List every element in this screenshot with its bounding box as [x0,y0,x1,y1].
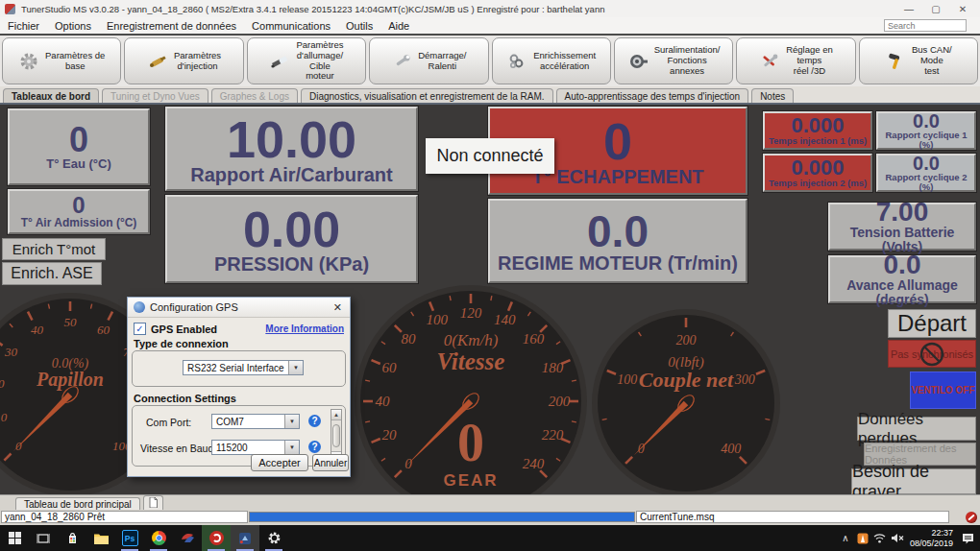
chain-icon [506,51,527,72]
tab-auto-apprentissage[interactable]: Auto-apprentissage des temps d'injection [556,88,749,103]
minimize-button[interactable]: — [895,0,922,17]
tab-tableaux-de-bord[interactable]: Tableaux de bord [3,88,99,103]
startup-idle-button[interactable]: Démarrage/ Ralenti [369,37,488,84]
base-settings-button[interactable]: Paramètres de base [2,37,121,84]
tune-file-field: CurrentTune.msq [636,511,949,523]
menu-outils[interactable]: Outils [338,20,380,32]
svg-text:100: 100 [617,372,637,387]
store-icon [66,532,79,544]
wifi-icon[interactable] [871,525,889,551]
start-button[interactable] [0,525,29,551]
folder-icon [94,533,109,544]
scroll-up-icon[interactable]: ▲ [331,410,341,420]
pas-synchronises-indicator: Pas synchronisés [888,340,976,368]
tunerstudio-taskbar-button[interactable] [202,525,231,551]
tab-tuning-dyno[interactable]: Tuning et Dyno Vues [102,88,208,103]
taskbar-clock[interactable]: 22:37 08/05/2019 [910,528,953,549]
svg-text:Couple net: Couple net [639,368,734,392]
svg-text:100: 100 [427,312,449,327]
injection-settings-button[interactable]: Paramètres d'injection [124,37,243,84]
not-connected-overlay: Non connecté [426,138,554,174]
tab-tableau-principal[interactable]: Tableau de bord principal [15,497,140,511]
menu-options[interactable]: Options [47,20,99,32]
depart-button[interactable]: Départ [888,309,976,338]
store-button[interactable] [58,525,86,551]
gps-dialog-close-icon[interactable]: ✕ [326,301,350,314]
gps-dialog-titlebar[interactable]: Configuration GPS ✕ [128,298,350,318]
app-button-2[interactable] [231,525,259,551]
gauge-value: 0 [603,115,632,167]
gauge-value: 0.0 [913,111,940,131]
windows-logo-icon [9,532,21,544]
chevron-down-icon[interactable]: ▼ [284,415,299,428]
com-port-select[interactable]: COM7 ▼ [211,414,300,429]
maximize-button[interactable]: ▢ [922,0,949,17]
type-connexion-group: RS232 Serial Interface ▼ [132,350,346,387]
title-bar: TunerStudio MS v3.0.28 - yann_04_18_2860… [0,0,980,18]
accepter-button[interactable]: Accepter [251,454,308,471]
tray-expand-icon[interactable]: ∧ [837,525,854,551]
svg-text:Vitesse: Vitesse [437,348,505,374]
tool-label: Paramètres d'injection [174,51,221,72]
tunerstudio-icon [209,531,224,545]
tab-notes[interactable]: Notes [751,88,794,103]
accel-enrichment-button[interactable]: Enrichissement accélération [492,37,611,84]
com-port-help-icon[interactable]: ? [308,415,321,427]
chevron-down-icon[interactable]: ▼ [284,441,299,454]
ventilo-button[interactable]: VENTILO OFF [910,371,976,409]
svg-text:80: 80 [401,331,416,347]
type-connexion-label: Type de connexion [134,338,350,349]
more-information-link[interactable]: More Information [265,323,344,334]
gauge-pression: 0.00 PRESSION (KPa) [165,195,418,283]
app-button-1[interactable] [173,525,202,551]
gps-enabled-checkbox[interactable]: ✓ [134,323,146,335]
gear-icon [18,51,39,72]
menu-enregistrement[interactable]: Enregistrement de données [99,20,244,32]
close-button[interactable]: ✕ [949,0,976,17]
gauge-cyc2: 0.0 Rapport cyclique 2 (%) [876,154,976,192]
volume-muted-icon[interactable] [889,525,906,551]
com-port-label: Com Port: [146,417,191,428]
baud-help-icon[interactable]: ? [308,441,321,453]
tune-file-label: CurrentTune.msq [640,512,714,522]
ignition-settings-button[interactable]: Paramètres d'allumage/ Cible moteur [247,37,366,84]
task-view-button[interactable] [29,525,58,551]
gauge-inj2: 0.000 Temps injection 2 (ms) [763,154,872,192]
tab-diagnostics-ram[interactable]: Diagnostics, visualisation et enregistre… [301,88,553,103]
chrome-icon [152,531,166,545]
tool-label: Suralimentation/ Fonctions annexes [654,45,721,77]
task-view-icon [37,533,50,544]
svg-text:0: 0 [404,456,412,471]
tool-label: Paramètres d'allumage/ Cible moteur [296,40,343,83]
search-input[interactable] [884,19,967,32]
realtime-3d-button[interactable]: Réglage en temps réel /3D [736,37,855,84]
menu-aide[interactable]: Aide [380,20,417,32]
no-sync-icon [918,340,946,369]
svg-text:40: 40 [376,394,391,409]
baud-select[interactable]: 115200 ▼ [211,440,300,455]
can-bus-test-button[interactable]: Bus CAN/ Mode test [859,37,978,84]
tab-graphes-logs[interactable]: Graphes & Logs [211,88,298,103]
gauge-cyc1: 0.0 Rapport cyclique 1 (%) [876,111,976,150]
connection-type-select[interactable]: RS232 Serial Interface ▼ [183,360,304,375]
menu-communications[interactable]: Communications [244,20,338,32]
svg-text:GEAR: GEAR [443,471,498,490]
connection-settings-label: Connection Settings [134,393,350,404]
annuler-button[interactable]: Annuler [312,454,349,471]
chrome-button[interactable] [144,525,173,551]
vlc-tray-icon[interactable] [854,525,871,551]
com-port-value: COM7 [212,417,284,427]
new-dashboard-tab[interactable] [143,495,163,511]
progress-bar [249,512,635,522]
chevron-down-icon[interactable]: ▼ [288,361,303,374]
file-explorer-button[interactable] [86,525,115,551]
scrollbar-thumb[interactable] [332,424,340,447]
photoshop-button[interactable]: Ps [115,525,144,551]
gps-enabled-label: GPS Enabled [151,323,265,335]
settings-button[interactable] [259,525,288,551]
menu-fichier[interactable]: Fichier [0,20,47,32]
notifications-icon[interactable] [959,525,976,551]
boost-aux-button[interactable]: Suralimentation/ Fonctions annexes [614,37,733,84]
svg-text:0: 0 [457,413,484,472]
gauge-avance: 0.0 Avance Allumage (degrés) [828,255,976,303]
